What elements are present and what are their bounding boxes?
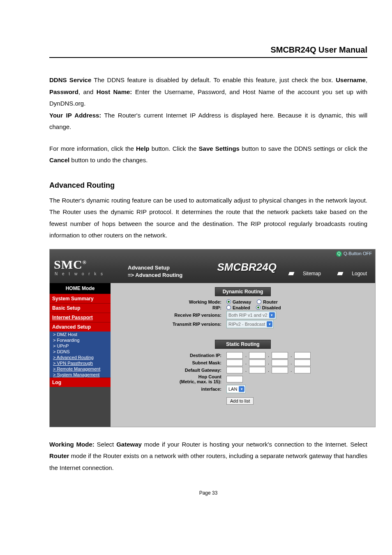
sidebar-item-basic-setup[interactable]: Basic Setup: [50, 303, 111, 313]
default-gateway-octet-4[interactable]: [294, 367, 311, 373]
sidebar-sub-advanced-routing[interactable]: > Advanced Routing: [50, 355, 111, 360]
bold-gateway: Gateway: [116, 441, 142, 448]
sidebar-sub-vpn-passthrough[interactable]: > VPN Passthrough: [50, 360, 111, 366]
bold-password: Password: [49, 88, 78, 95]
label-rip: RIP:: [111, 305, 226, 310]
sidebar-item-internet-passport[interactable]: Internet Passport: [50, 313, 111, 322]
select-value-receive-rip: Both RIP v1 and v2: [228, 313, 267, 318]
select-receive-rip-versions[interactable]: Both RIP v1 and v2 ▾: [226, 311, 276, 319]
label-destination-ip: Destination IP:: [111, 353, 226, 358]
sidebar-sub-remote-management[interactable]: > Remote Management: [50, 366, 111, 372]
doc-paragraph-working-mode: Working Mode: Select Gateway mode if you…: [49, 439, 367, 474]
default-gateway-octet-1[interactable]: [226, 367, 243, 373]
top-nav-links: Sitemap Logout: [274, 271, 367, 276]
q-button-indicator[interactable]: QQ-Button OFF: [336, 251, 372, 257]
label-transmit-rip-versions: Transmit RIP versions:: [111, 322, 226, 327]
label-default-gateway: Default Gateway:: [111, 368, 226, 373]
subnet-mask-octet-1[interactable]: [226, 359, 243, 366]
label-working-mode: Working Mode:: [111, 299, 226, 304]
destination-ip-octet-4[interactable]: [294, 352, 311, 359]
label-hop-count: Hop Count (Metric, max. is 15):: [111, 374, 226, 384]
sidebar-sub-system-management[interactable]: > System Management: [50, 372, 111, 378]
subnet-mask-octet-3[interactable]: [272, 359, 288, 366]
q-button-icon: Q: [336, 251, 342, 257]
destination-ip-octet-2[interactable]: [249, 352, 265, 359]
router-ui-screenshot: SMC® N e t w o r k s Advanced Setup => A…: [49, 249, 376, 427]
sidebar-sub-forwarding[interactable]: > Forwarding: [50, 337, 111, 343]
doc-paragraph-help: For more information, click the Help but…: [49, 143, 367, 166]
doc-header: SMCBR24Q User Manual: [49, 45, 367, 58]
radio-working-mode-gateway[interactable]: [226, 299, 231, 304]
brand-logo: SMC®: [54, 258, 87, 272]
parallelogram-icon: [337, 272, 344, 275]
bold-help: Help: [136, 145, 150, 152]
radio-working-mode-router[interactable]: [257, 299, 261, 304]
sidebar-sub-upnp[interactable]: > UPnP: [50, 343, 111, 349]
chevron-down-icon: ▾: [267, 321, 272, 327]
subnet-mask-octet-4[interactable]: [294, 359, 311, 366]
bold-save-settings: Save Settings: [199, 145, 240, 152]
label-interface: interface:: [111, 387, 226, 391]
radio-label-gateway: Gateway: [233, 299, 251, 304]
chevron-down-icon: ▾: [239, 386, 244, 392]
bold-your-ip: Your IP Address:: [49, 112, 101, 119]
bold-hostname: Host Name:: [97, 88, 132, 95]
hop-count-input[interactable]: [226, 376, 243, 382]
destination-ip-octet-3[interactable]: [272, 352, 288, 359]
label-subnet-mask: Subnet Mask:: [111, 360, 226, 365]
sitemap-link[interactable]: Sitemap: [281, 271, 321, 276]
section-heading-advanced-routing: Advanced Routing: [49, 181, 367, 190]
sidebar: HOME Mode System Summary Basic Setup Int…: [50, 283, 111, 427]
destination-ip-octet-1[interactable]: [226, 352, 243, 359]
radio-label-enabled: Enabled: [233, 305, 250, 310]
subnet-mask-octet-2[interactable]: [249, 359, 265, 366]
sidebar-item-log[interactable]: Log: [50, 378, 111, 387]
section-title-dynamic-routing: Dynamic Routing: [215, 287, 271, 296]
page-number: Page 33: [49, 490, 367, 496]
breadcrumb: Advanced Setup => Advanced Routing: [128, 264, 182, 279]
ui-topbar: SMC® N e t w o r k s Advanced Setup => A…: [50, 249, 375, 283]
label-receive-rip-versions: Receive RIP versions:: [111, 313, 226, 318]
bold-cancel: Cancel: [49, 157, 69, 164]
breadcrumb-line2: => Advanced Routing: [128, 272, 182, 279]
add-to-list-button[interactable]: Add to list: [226, 397, 254, 405]
logout-link[interactable]: Logout: [330, 271, 367, 276]
select-interface[interactable]: LAN ▾: [226, 385, 246, 393]
radio-label-disabled: Disabled: [262, 305, 281, 310]
bold-router: Router: [49, 452, 69, 459]
sidebar-item-system-summary[interactable]: System Summary: [50, 294, 111, 303]
doc-paragraph-advanced-routing: The Router's dynamic routing feature can…: [49, 195, 367, 242]
bold-ddns-service: DDNS Service: [49, 76, 91, 83]
select-transmit-rip-versions[interactable]: RIPv2 - Broadcast ▾: [226, 320, 274, 328]
radio-rip-disabled[interactable]: [256, 305, 261, 310]
main-content: Dynamic Routing Working Mode: Gateway Ro…: [111, 283, 375, 427]
bold-working-mode: Working Mode:: [49, 441, 95, 448]
default-gateway-octet-3[interactable]: [272, 367, 288, 373]
doc-paragraph-ip: Your IP Address: The Router's current In…: [49, 110, 367, 133]
doc-paragraph-ddns: DDNS Service The DDNS feature is disable…: [49, 74, 367, 110]
radio-rip-enabled[interactable]: [226, 305, 231, 310]
chevron-down-icon: ▾: [269, 312, 275, 318]
bold-username: Username: [336, 76, 366, 83]
breadcrumb-line1: Advanced Setup: [128, 264, 182, 272]
default-gateway-octet-2[interactable]: [249, 367, 265, 373]
sidebar-home-mode[interactable]: HOME Mode: [50, 283, 111, 294]
select-value-interface: LAN: [228, 387, 237, 391]
brand-sublabel: N e t w o r k s: [55, 272, 104, 276]
sidebar-sub-ddns[interactable]: > DDNS: [50, 349, 111, 355]
sidebar-sub-dmz-host[interactable]: > DMZ Host: [50, 332, 111, 337]
sidebar-item-advanced-setup[interactable]: Advanced Setup: [50, 322, 111, 332]
parallelogram-icon: [288, 272, 294, 275]
select-value-transmit-rip: RIPv2 - Broadcast: [228, 322, 265, 327]
section-title-static-routing: Static Routing: [215, 340, 271, 349]
device-model: SMCBR24Q: [217, 261, 277, 274]
radio-label-router: Router: [263, 299, 277, 304]
